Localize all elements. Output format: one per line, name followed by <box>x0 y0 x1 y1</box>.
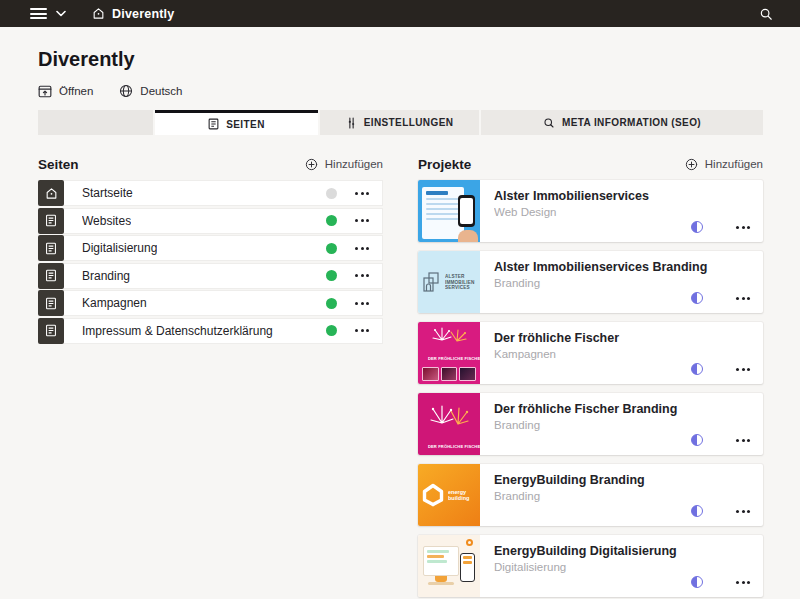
project-subtitle: Kampagnen <box>494 348 751 360</box>
project-title: Der fröhliche Fischer Branding <box>494 402 751 416</box>
status-dot <box>326 270 337 281</box>
project-thumbnail <box>418 535 480 597</box>
page-row-label: Websites <box>82 214 131 228</box>
page-actions: Öffnen Deutsch <box>38 84 183 98</box>
search-icon[interactable] <box>759 7 773 21</box>
project-title: EnergyBuilding Branding <box>494 473 751 487</box>
hamburger-menu-icon[interactable] <box>30 8 47 19</box>
add-project-label: Hinzufügen <box>705 158 763 170</box>
topbar-space-title: Diverently <box>112 7 174 21</box>
row-menu-button[interactable] <box>355 325 369 336</box>
pages-panel: Seiten Hinzufügen Startseite <box>38 155 383 345</box>
project-thumbnail <box>418 180 480 242</box>
card-menu-button[interactable] <box>736 506 750 517</box>
row-menu-button[interactable] <box>355 243 369 254</box>
sliders-icon <box>346 117 357 129</box>
page-row-label: Impressum & Datenschutzerklärung <box>82 324 273 338</box>
page-row-impressum[interactable]: Impressum & Datenschutzerklärung <box>38 318 383 344</box>
open-button-label: Öffnen <box>59 85 93 97</box>
row-menu-button[interactable] <box>355 188 369 199</box>
photo-strip <box>422 367 476 381</box>
page-row-digitalisierung[interactable]: Digitalisierung <box>38 235 383 261</box>
page-row-label: Kampagnen <box>82 296 147 310</box>
tab-seiten-label: SEITEN <box>226 119 265 130</box>
status-dot <box>326 243 337 254</box>
document-icon <box>208 118 219 130</box>
tab-einstellungen[interactable]: EINSTELLUNGEN <box>320 110 479 135</box>
tab-einstellungen-label: EINSTELLUNGEN <box>364 117 454 128</box>
building-logo-icon <box>421 270 441 294</box>
project-card-alster-web[interactable]: Alster Immobilienservices Web Design <box>418 180 763 242</box>
project-card-fischer-branding[interactable]: DER FRÖHLICHE FISCHER Der fröhliche Fisc… <box>418 393 763 455</box>
status-dot <box>326 188 337 199</box>
project-thumbnail: ALSTER IMMOBILIEN SERVICES <box>418 251 480 313</box>
project-card-fischer[interactable]: DER FRÖHLICHE FISCHER Der fröhliche Fisc… <box>418 322 763 384</box>
energy-logo-icon <box>422 483 444 507</box>
project-subtitle: Branding <box>494 490 751 502</box>
app-screen: Diverently Diverently Öffnen Deutsch S <box>0 0 800 599</box>
row-menu-button[interactable] <box>355 270 369 281</box>
unpublished-changes-icon <box>691 434 703 446</box>
tab-meta-label: META INFORMATION (SEO) <box>562 117 701 128</box>
status-dot <box>326 215 337 226</box>
chevron-down-icon[interactable] <box>56 10 66 17</box>
document-icon <box>38 318 64 344</box>
unpublished-changes-icon <box>691 505 703 517</box>
language-button[interactable]: Deutsch <box>119 84 182 98</box>
project-title: Alster Immobilienservices Branding <box>494 260 751 274</box>
language-button-label: Deutsch <box>140 85 182 97</box>
open-button[interactable]: Öffnen <box>38 85 93 98</box>
page-row-label: Digitalisierung <box>82 241 157 255</box>
fireworks-icon <box>425 401 473 439</box>
unpublished-changes-icon <box>691 576 703 588</box>
card-menu-button[interactable] <box>736 222 750 233</box>
home-icon <box>38 180 64 206</box>
page-row-kampagnen[interactable]: Kampagnen <box>38 290 383 316</box>
project-card-alster-branding[interactable]: ALSTER IMMOBILIEN SERVICES Alster Immobi… <box>418 251 763 313</box>
row-menu-button[interactable] <box>355 215 369 226</box>
projects-panel: Projekte Hinzufügen Alster Immobilienser… <box>418 155 763 599</box>
thumbnail-logo-text: energy building <box>448 489 472 501</box>
document-icon <box>38 263 64 289</box>
plus-circle-icon <box>685 158 698 171</box>
project-title: EnergyBuilding Digitalisierung <box>494 544 751 558</box>
project-subtitle: Web Design <box>494 206 751 218</box>
add-project-button[interactable]: Hinzufügen <box>685 158 763 171</box>
tabbar: SEITEN EINSTELLUNGEN META INFORMATION (S… <box>38 110 763 135</box>
fireworks-icon <box>427 324 471 354</box>
project-title: Der fröhliche Fischer <box>494 331 751 345</box>
pages-panel-title: Seiten <box>38 157 79 172</box>
document-icon <box>38 208 64 234</box>
project-thumbnail: DER FRÖHLICHE FISCHER <box>418 393 480 455</box>
thumbnail-logo-text: ALSTER IMMOBILIEN SERVICES <box>445 274 470 290</box>
project-card-energy-branding[interactable]: energy building EnergyBuilding Branding … <box>418 464 763 526</box>
page-title: Diverently <box>38 48 135 71</box>
page-row-label: Branding <box>82 269 130 283</box>
page-row-startseite[interactable]: Startseite <box>38 180 383 206</box>
search-icon <box>543 117 555 129</box>
unpublished-changes-icon <box>691 221 703 233</box>
card-menu-button[interactable] <box>736 577 750 588</box>
row-menu-button[interactable] <box>355 298 369 309</box>
projects-panel-title: Projekte <box>418 157 471 172</box>
card-menu-button[interactable] <box>736 293 750 304</box>
page-row-label: Startseite <box>82 186 133 200</box>
project-card-energy-digitalisierung[interactable]: EnergyBuilding Digitalisierung Digitalis… <box>418 535 763 597</box>
add-page-button[interactable]: Hinzufügen <box>305 158 383 171</box>
open-window-icon <box>38 85 52 98</box>
tab-meta-seo[interactable]: META INFORMATION (SEO) <box>481 110 763 135</box>
page-row-websites[interactable]: Websites <box>38 208 383 234</box>
project-subtitle: Branding <box>494 277 751 289</box>
thumbnail-logo-text: DER FRÖHLICHE FISCHER <box>428 357 470 361</box>
card-menu-button[interactable] <box>736 364 750 375</box>
add-page-label: Hinzufügen <box>325 158 383 170</box>
project-title: Alster Immobilienservices <box>494 189 751 203</box>
card-menu-button[interactable] <box>736 435 750 446</box>
home-icon <box>92 7 105 20</box>
tab-seiten[interactable]: SEITEN <box>155 110 318 135</box>
plus-circle-icon <box>305 158 318 171</box>
page-row-branding[interactable]: Branding <box>38 263 383 289</box>
tab-placeholder <box>38 110 153 135</box>
thumbnail-logo-text: DER FRÖHLICHE FISCHER <box>428 445 470 449</box>
breadcrumb[interactable]: Diverently <box>92 7 174 21</box>
